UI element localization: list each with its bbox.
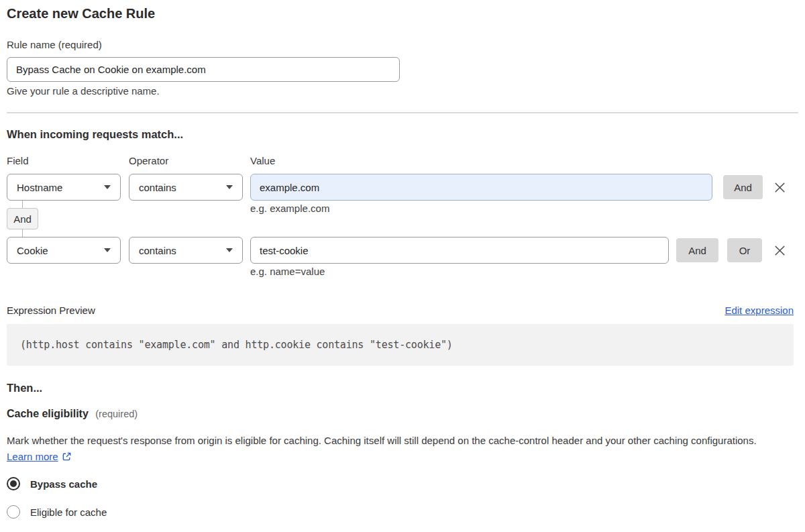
operator-select-row1[interactable]: contains <box>129 174 243 201</box>
column-label-value: Value <box>250 155 275 166</box>
description-text: Mark whether the request's response from… <box>7 435 757 446</box>
section-divider <box>7 112 798 113</box>
radio-eligible-for-cache[interactable] <box>7 505 20 519</box>
field-select-row1[interactable]: Hostname <box>7 174 121 201</box>
remove-condition-button-row2[interactable] <box>771 243 788 258</box>
rule-name-input[interactable] <box>7 57 400 82</box>
radio-bypass-cache-label: Bypass cache <box>30 478 97 490</box>
value-hint-row2: e.g. name=value <box>250 266 325 277</box>
rule-name-label: Rule name (required) <box>7 39 102 50</box>
cache-eligibility-description: Mark whether the request's response from… <box>7 433 782 465</box>
connector-line-bottom <box>22 229 23 237</box>
match-heading: When incoming requests match... <box>7 128 183 141</box>
learn-more-label: Learn more <box>7 451 58 462</box>
close-icon <box>773 180 787 195</box>
add-and-condition-button-row2[interactable]: And <box>676 238 718 262</box>
chevron-down-icon <box>226 248 233 252</box>
learn-more-link[interactable]: Learn more <box>7 451 72 462</box>
close-icon <box>773 244 787 258</box>
page-title: Create new Cache Rule <box>7 6 155 21</box>
expression-preview-label: Expression Preview <box>7 305 95 316</box>
then-heading: Then... <box>7 382 42 394</box>
external-link-icon <box>62 451 72 462</box>
operator-select-row2[interactable]: contains <box>129 237 243 264</box>
chevron-down-icon <box>104 248 111 252</box>
remove-condition-button-row1[interactable] <box>771 180 788 195</box>
rule-name-helper: Give your rule a descriptive name. <box>7 85 160 97</box>
column-label-operator: Operator <box>129 155 168 166</box>
radio-selected-dot <box>10 480 17 487</box>
cache-eligibility-heading: Cache eligibility (required) <box>7 408 138 420</box>
add-or-condition-button-row2[interactable]: Or <box>727 238 762 262</box>
edit-expression-link[interactable]: Edit expression <box>724 305 794 316</box>
operator-select-row2-value: contains <box>139 245 176 256</box>
create-cache-rule-page: Create new Cache Rule Rule name (require… <box>0 0 805 532</box>
required-note: (required) <box>95 409 138 419</box>
column-label-field: Field <box>7 155 29 166</box>
value-input-row1[interactable] <box>250 174 712 201</box>
radio-option-eligible-for-cache[interactable]: Eligible for cache <box>7 505 107 519</box>
radio-option-bypass-cache[interactable]: Bypass cache <box>7 477 97 490</box>
connector-line-top <box>22 201 23 208</box>
add-and-condition-button-row1[interactable]: And <box>723 175 763 199</box>
expression-code-block: (http.host contains "example.com" and ht… <box>7 324 794 366</box>
operator-select-row1-value: contains <box>139 182 176 193</box>
and-connector: And <box>7 208 38 229</box>
field-select-row1-value: Hostname <box>17 182 62 193</box>
radio-bypass-cache[interactable] <box>7 477 20 490</box>
chevron-down-icon <box>226 185 233 189</box>
field-select-row2-value: Cookie <box>17 245 48 256</box>
chevron-down-icon <box>104 185 111 189</box>
value-input-row2[interactable] <box>250 237 669 264</box>
expression-code: (http.host contains "example.com" and ht… <box>20 339 453 351</box>
cache-eligibility-heading-text: Cache eligibility <box>7 408 89 419</box>
field-select-row2[interactable]: Cookie <box>7 237 121 264</box>
value-hint-row1: e.g. example.com <box>250 203 329 214</box>
radio-eligible-for-cache-label: Eligible for cache <box>30 507 107 518</box>
